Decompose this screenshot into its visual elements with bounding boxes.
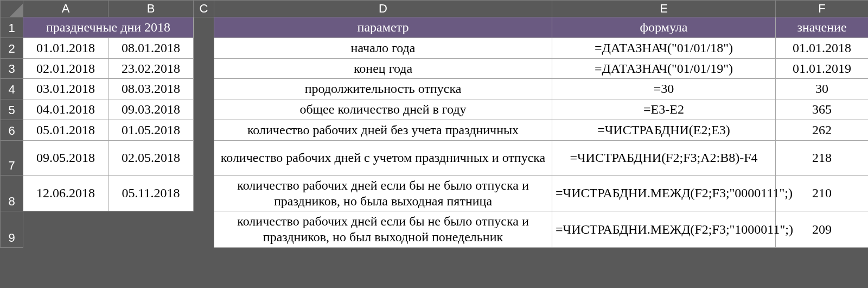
cell-A5[interactable]: 04.01.2018 (23, 99, 108, 120)
row-1: 1 празднечные дни 2018 параметр формула … (1, 17, 869, 38)
row-header-7[interactable]: 7 (1, 140, 23, 175)
cell-C1[interactable] (194, 17, 214, 38)
row-6: 6 05.01.2018 01.05.2018 количество рабоч… (1, 120, 869, 140)
row-header-5[interactable]: 5 (1, 99, 23, 120)
cell-C8[interactable] (194, 175, 214, 211)
cell-F5[interactable]: 365 (776, 99, 869, 120)
cell-E2[interactable]: =ДАТАЗНАЧ("01/01/18") (552, 37, 776, 58)
cell-C4[interactable] (194, 79, 214, 99)
col-header-D[interactable]: D (214, 1, 552, 17)
cell-E3[interactable]: =ДАТАЗНАЧ("01/01/19") (552, 58, 776, 79)
cell-A1-B1[interactable]: празднечные дни 2018 (23, 17, 194, 38)
cell-B9[interactable] (108, 211, 194, 248)
col-header-E[interactable]: E (552, 1, 776, 17)
row-9: 9 количество рабочих дней если бы не был… (1, 211, 869, 248)
row-header-3[interactable]: 3 (1, 58, 23, 79)
col-header-C[interactable]: C (194, 1, 214, 17)
cell-F6[interactable]: 262 (776, 120, 869, 140)
col-header-F[interactable]: F (776, 1, 869, 17)
cell-C3[interactable] (194, 58, 214, 79)
cell-E8[interactable]: =ЧИСТРАБДНИ.МЕЖД(F2;F3;"0000111";) (552, 175, 776, 211)
row-3: 3 02.01.2018 23.02.2018 конец года =ДАТА… (1, 58, 869, 79)
row-header-2[interactable]: 2 (1, 37, 23, 58)
cell-D3[interactable]: конец года (214, 58, 552, 79)
row-4: 4 03.01.2018 08.03.2018 продолжительност… (1, 79, 869, 99)
spreadsheet: A B C D E F 1 празднечные дни 2018 парам… (0, 0, 868, 288)
cell-B8[interactable]: 05.11.2018 (108, 175, 194, 211)
cell-F3[interactable]: 01.01.2019 (776, 58, 869, 79)
select-all-corner[interactable] (1, 1, 23, 17)
cell-B4[interactable]: 08.03.2018 (108, 79, 194, 99)
cell-E6[interactable]: =ЧИСТРАБДНИ(E2;E3) (552, 120, 776, 140)
cell-D7[interactable]: количество рабочих дней с учетом праздни… (214, 140, 552, 175)
cell-F4[interactable]: 30 (776, 79, 869, 99)
cell-A6[interactable]: 05.01.2018 (23, 120, 108, 140)
cell-C5[interactable] (194, 99, 214, 120)
cell-A9[interactable] (23, 211, 108, 248)
row-header-6[interactable]: 6 (1, 120, 23, 140)
cell-B2[interactable]: 08.01.2018 (108, 37, 194, 58)
row-5: 5 04.01.2018 09.03.2018 общее количество… (1, 99, 869, 120)
cell-A7[interactable]: 09.05.2018 (23, 140, 108, 175)
cell-D4[interactable]: продолжительность отпуска (214, 79, 552, 99)
row-8: 8 12.06.2018 05.11.2018 количество рабоч… (1, 175, 869, 211)
cell-D8[interactable]: количество рабочих дней если бы не было … (214, 175, 552, 211)
row-header-9[interactable]: 9 (1, 211, 23, 248)
row-7: 7 09.05.2018 02.05.2018 количество рабоч… (1, 140, 869, 175)
cell-F1[interactable]: значение (776, 17, 869, 38)
cell-E1[interactable]: формула (552, 17, 776, 38)
cell-E7[interactable]: =ЧИСТРАБДНИ(F2;F3;A2:B8)-F4 (552, 140, 776, 175)
cell-B6[interactable]: 01.05.2018 (108, 120, 194, 140)
cell-A3[interactable]: 02.01.2018 (23, 58, 108, 79)
row-header-1[interactable]: 1 (1, 17, 23, 38)
col-header-A[interactable]: A (23, 1, 108, 17)
cell-C7[interactable] (194, 140, 214, 175)
cell-A2[interactable]: 01.01.2018 (23, 37, 108, 58)
cell-C2[interactable] (194, 37, 214, 58)
cell-F2[interactable]: 01.01.2018 (776, 37, 869, 58)
cell-E9[interactable]: =ЧИСТРАБДНИ.МЕЖД(F2;F3;"1000011";) (552, 211, 776, 248)
cell-D6[interactable]: количество рабочих дней без учета праздн… (214, 120, 552, 140)
row-header-4[interactable]: 4 (1, 79, 23, 99)
cell-E5[interactable]: =E3-E2 (552, 99, 776, 120)
cell-B5[interactable]: 09.03.2018 (108, 99, 194, 120)
row-2: 2 01.01.2018 08.01.2018 начало года =ДАТ… (1, 37, 869, 58)
col-header-B[interactable]: B (108, 1, 194, 17)
cell-D1[interactable]: параметр (214, 17, 552, 38)
cell-B7[interactable]: 02.05.2018 (108, 140, 194, 175)
cell-D9[interactable]: количество рабочих дней если бы не было … (214, 211, 552, 248)
cell-B3[interactable]: 23.02.2018 (108, 58, 194, 79)
cell-A4[interactable]: 03.01.2018 (23, 79, 108, 99)
cell-C6[interactable] (194, 120, 214, 140)
cell-C9[interactable] (194, 211, 214, 248)
cell-A8[interactable]: 12.06.2018 (23, 175, 108, 211)
row-header-8[interactable]: 8 (1, 175, 23, 211)
column-header-row: A B C D E F (1, 1, 869, 17)
cell-F7[interactable]: 218 (776, 140, 869, 175)
cell-D2[interactable]: начало года (214, 37, 552, 58)
cell-E4[interactable]: =30 (552, 79, 776, 99)
cell-D5[interactable]: общее количество дней в году (214, 99, 552, 120)
grid[interactable]: A B C D E F 1 празднечные дни 2018 парам… (0, 0, 868, 248)
